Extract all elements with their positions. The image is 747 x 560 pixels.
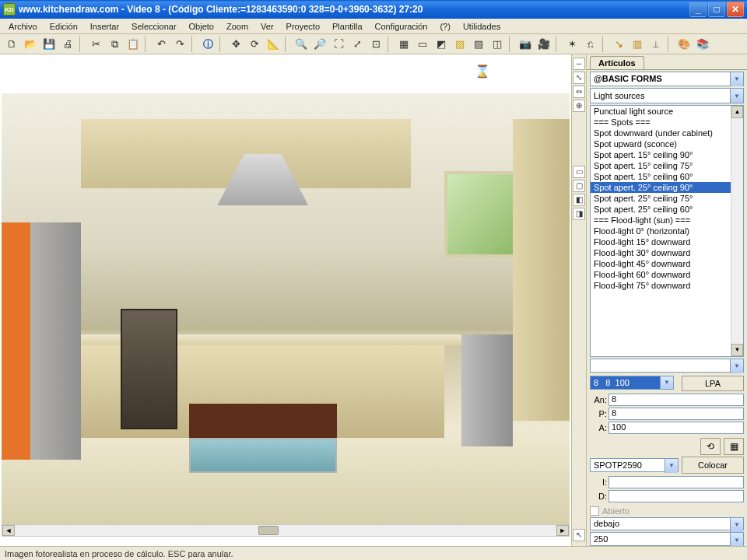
open-checkbox-row[interactable]: Abierto bbox=[590, 506, 744, 516]
place-button[interactable]: Colocar bbox=[682, 457, 744, 474]
menu-help[interactable]: (?) bbox=[434, 20, 455, 33]
rotate-icon[interactable]: ⟳ bbox=[246, 36, 263, 53]
code-select[interactable]: SPOTP2590 ▼ bbox=[590, 458, 679, 472]
width-input[interactable]: 8 bbox=[608, 394, 744, 406]
info-icon[interactable]: ⓘ bbox=[199, 36, 216, 53]
zoom-window-icon[interactable]: ⛶ bbox=[330, 36, 347, 53]
tool-dim-icon[interactable]: ⟂ bbox=[647, 36, 665, 53]
strip-tool-1[interactable]: ↔ bbox=[573, 58, 585, 70]
viewport[interactable]: ⌛ ◄ ► bbox=[0, 54, 571, 546]
strip-tool-3[interactable]: ⇔ bbox=[573, 86, 585, 98]
menu-plantilla[interactable]: Plantilla bbox=[327, 20, 368, 33]
tab-articulos[interactable]: Artículos bbox=[590, 56, 644, 69]
minimize-button[interactable]: _ bbox=[689, 2, 707, 17]
lpa-button[interactable]: LPA bbox=[682, 376, 744, 391]
position-select[interactable]: debajo ▼ bbox=[590, 517, 744, 531]
list-item[interactable]: Spot apert. 25° ceiling 75° bbox=[591, 193, 743, 204]
list-item[interactable]: Flood-light 15° downward bbox=[591, 236, 743, 247]
view-shaded-icon[interactable]: ◫ bbox=[489, 36, 506, 53]
list-item[interactable]: Spot apert. 15° ceiling 75° bbox=[591, 160, 743, 171]
depth-input[interactable]: 8 bbox=[608, 408, 744, 420]
zoom-fit-icon[interactable]: ⤢ bbox=[349, 36, 366, 53]
strip-tool-7[interactable]: ◧ bbox=[573, 194, 585, 206]
view-3d-icon[interactable]: ◩ bbox=[433, 36, 450, 53]
menu-utilidades[interactable]: Utilidades bbox=[458, 20, 506, 33]
zoom-prev-icon[interactable]: ⊡ bbox=[367, 36, 384, 53]
scroll-down-icon[interactable]: ▼ bbox=[731, 344, 743, 356]
dimensions-summary[interactable]: 8 8 100 ▼ bbox=[590, 376, 674, 390]
tool-wall-icon[interactable]: ▥ bbox=[629, 36, 646, 53]
catalog-select[interactable]: @BASIC FORMS ▼ bbox=[590, 72, 744, 87]
scroll-left-icon[interactable]: ◄ bbox=[2, 525, 15, 536]
print-icon[interactable]: 🖨 bbox=[59, 36, 76, 53]
maximize-button[interactable]: □ bbox=[708, 2, 725, 17]
d-input[interactable] bbox=[608, 490, 744, 502]
strip-tool-4[interactable]: ⊕ bbox=[573, 100, 585, 112]
strip-tool-5[interactable]: ▭ bbox=[573, 166, 585, 178]
menu-edicion[interactable]: Edición bbox=[44, 20, 83, 33]
zoom-out-icon[interactable]: 🔎 bbox=[311, 36, 328, 53]
list-item[interactable]: Flood-light 30° downward bbox=[591, 247, 743, 258]
list-item[interactable]: Punctual light source bbox=[591, 106, 743, 117]
list-item[interactable]: Flood-light 0° (horizontal) bbox=[591, 226, 743, 236]
scroll-up-icon[interactable]: ▲ bbox=[731, 106, 743, 118]
zoom-in-icon[interactable]: 🔍 bbox=[293, 36, 310, 53]
list-item[interactable]: Flood-light 45° downward bbox=[591, 258, 743, 269]
list-item[interactable]: Spot apert. 15° ceiling 60° bbox=[591, 171, 743, 182]
horizontal-scrollbar[interactable]: ◄ ► bbox=[2, 524, 570, 537]
strip-cursor-icon[interactable]: ↖ bbox=[573, 529, 585, 541]
paste-icon[interactable]: 📋 bbox=[124, 36, 142, 53]
view-elev-icon[interactable]: ▭ bbox=[414, 36, 431, 53]
list-item[interactable]: === Spots === bbox=[591, 117, 743, 128]
article-listbox[interactable]: Punctual light source=== Spots ===Spot d… bbox=[590, 105, 744, 357]
menu-insertar[interactable]: Insertar bbox=[85, 20, 124, 33]
menu-objeto[interactable]: Objeto bbox=[184, 20, 219, 33]
tool-misc1-icon[interactable]: ✶ bbox=[563, 36, 580, 53]
move-icon[interactable]: ✥ bbox=[227, 36, 244, 53]
menu-configuracion[interactable]: Configuración bbox=[370, 20, 433, 33]
open-checkbox[interactable] bbox=[590, 506, 599, 516]
tool-line-icon[interactable]: ↘ bbox=[610, 36, 627, 53]
redo-icon[interactable]: ↷ bbox=[171, 36, 188, 53]
view-hidden-icon[interactable]: ▨ bbox=[470, 36, 487, 53]
copy-icon[interactable]: ⧉ bbox=[106, 36, 123, 53]
new-icon[interactable]: 🗋 bbox=[3, 36, 20, 53]
render-icon[interactable]: 📷 bbox=[517, 36, 534, 53]
menu-proyecto[interactable]: Proyecto bbox=[281, 20, 325, 33]
list-item[interactable]: Spot apert. 25° ceiling 90° bbox=[591, 182, 743, 193]
undo-icon[interactable]: ↶ bbox=[153, 36, 170, 53]
menu-ver[interactable]: Ver bbox=[255, 20, 279, 33]
list-item[interactable]: Flood-light 60° downward bbox=[591, 269, 743, 280]
tool-misc2-icon[interactable]: ⎌ bbox=[582, 36, 599, 53]
open-icon[interactable]: 📂 bbox=[22, 36, 39, 53]
refresh-button[interactable]: ⟲ bbox=[700, 438, 721, 455]
height-input[interactable]: 100 bbox=[608, 422, 744, 434]
i-input[interactable] bbox=[608, 476, 744, 488]
camera-icon[interactable]: 🎥 bbox=[535, 36, 552, 53]
variant-select[interactable]: ▼ bbox=[590, 359, 744, 373]
menu-archivo[interactable]: Archivo bbox=[3, 20, 43, 33]
scroll-right-icon[interactable]: ► bbox=[556, 525, 569, 536]
list-item[interactable]: Spot apert. 25° ceiling 60° bbox=[591, 204, 743, 215]
strip-tool-6[interactable]: ▢ bbox=[573, 180, 585, 192]
cut-icon[interactable]: ✂ bbox=[87, 36, 104, 53]
list-item[interactable]: Spot apert. 15° ceiling 90° bbox=[591, 149, 743, 160]
save-icon[interactable]: 💾 bbox=[40, 36, 58, 53]
apply-button[interactable]: ▦ bbox=[724, 438, 744, 455]
list-vertical-scrollbar[interactable]: ▲ ▼ bbox=[731, 106, 743, 356]
palette-icon[interactable]: 🎨 bbox=[675, 36, 693, 53]
measure-icon[interactable]: 📐 bbox=[265, 36, 282, 53]
catalog-icon[interactable]: 📚 bbox=[694, 36, 711, 53]
list-item[interactable]: Flood-light 75° downward bbox=[591, 280, 743, 291]
view-wire-icon[interactable]: ▧ bbox=[451, 36, 468, 53]
view-plan-icon[interactable]: ▦ bbox=[395, 36, 412, 53]
menu-seleccionar[interactable]: Seleccionar bbox=[126, 20, 181, 33]
list-item[interactable]: Spot upward (sconce) bbox=[591, 138, 743, 149]
close-button[interactable]: ✕ bbox=[727, 2, 744, 17]
menu-zoom[interactable]: Zoom bbox=[221, 20, 254, 33]
scroll-thumb[interactable] bbox=[258, 526, 279, 535]
category-select[interactable]: Light sources ▼ bbox=[590, 88, 744, 103]
list-item[interactable]: === Flood-light (sun) === bbox=[591, 215, 743, 226]
list-item[interactable]: Spot downward (under cabinet) bbox=[591, 128, 743, 138]
strip-tool-2[interactable]: ⤡ bbox=[573, 72, 585, 84]
